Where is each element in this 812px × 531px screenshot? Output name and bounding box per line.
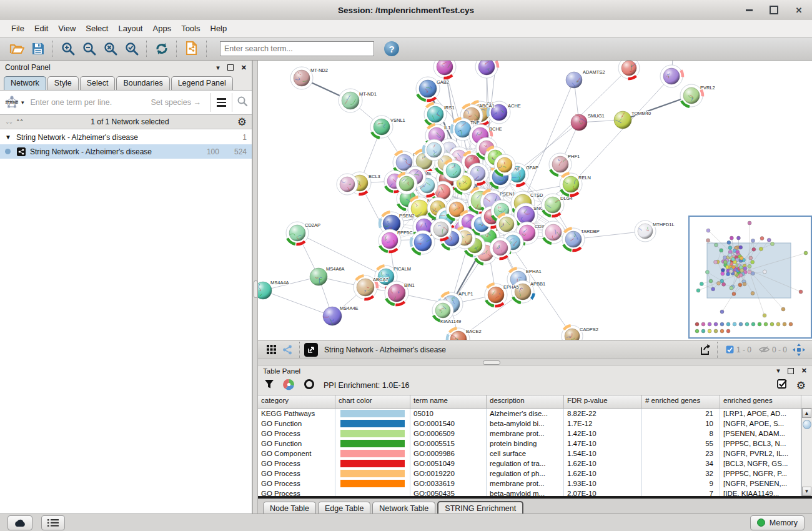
panel-collapse-icon[interactable]: ▾ — [776, 367, 780, 375]
network-tree-row[interactable]: ▼String Network - Alzheimer's disease1 — [0, 130, 252, 144]
table-row[interactable]: GO ProcessGO:0033619membrane prot...1.93… — [258, 479, 812, 489]
protein-node[interactable]: MS4A6A — [310, 266, 345, 285]
detach-view-icon[interactable] — [304, 343, 318, 357]
expand-all-icon[interactable]: ⌃⌃ — [16, 119, 22, 125]
panel-float-icon[interactable] — [227, 64, 234, 71]
column-header-enriched-genes[interactable]: enriched genes — [720, 395, 801, 408]
table-row[interactable]: KEGG Pathways05010Alzheimer's dise...8.8… — [258, 409, 812, 419]
close-button[interactable]: ✕ — [795, 6, 803, 14]
scrollbar-thumb[interactable] — [803, 420, 811, 429]
protein-node[interactable]: DLG4 — [542, 194, 573, 216]
export-network-icon[interactable] — [697, 342, 713, 357]
zoom-fit-icon[interactable] — [100, 39, 121, 58]
enrichment-table[interactable]: KEGG Pathways05010Alzheimer's dise...8.8… — [258, 409, 812, 496]
tab-style[interactable]: Style — [47, 76, 79, 90]
column-header--enriched-genes[interactable]: # enriched genes — [642, 395, 720, 408]
menu-item-layout[interactable]: Layout — [113, 21, 147, 36]
help-icon[interactable]: ? — [384, 41, 399, 56]
protein-node[interactable]: CADPS2 — [562, 325, 598, 340]
string-search-icon[interactable] — [237, 96, 248, 109]
network-canvas[interactable]: MT-ND2MT-ND1VSNL1GAB2ADAMTS2PVRL2TOMM40S… — [258, 61, 812, 340]
search-input[interactable] — [220, 41, 374, 56]
birdseye-view[interactable] — [688, 216, 812, 339]
refresh-icon[interactable] — [151, 39, 172, 58]
share-view-icon[interactable] — [279, 342, 295, 357]
column-header-category[interactable]: category — [258, 395, 335, 408]
import-network-icon[interactable] — [181, 39, 202, 58]
protein-node[interactable]: BIN1 — [385, 281, 415, 305]
menu-item-help[interactable]: Help — [205, 21, 232, 36]
zoom-selected-icon[interactable] — [121, 39, 142, 58]
maximize-button[interactable] — [770, 6, 778, 14]
splitter-grip[interactable] — [254, 280, 258, 298]
protein-node[interactable] — [618, 61, 640, 79]
vertical-splitter[interactable] — [252, 61, 258, 514]
scroll-down-icon[interactable]: ▼ — [802, 487, 811, 496]
table-row[interactable]: GO ProcessGO:0051049regulation of tra...… — [258, 459, 812, 469]
table-row[interactable]: GO ProcessGO:0006509membrane prot...1.42… — [258, 429, 812, 439]
table-row[interactable]: GO ProcessGO:0019220regulation of ph...1… — [258, 469, 812, 479]
table-row[interactable]: GO FunctionGO:0001540beta-amyloid bi...1… — [258, 419, 812, 429]
protein-node[interactable]: MT-ND2 — [290, 67, 328, 89]
column-header-chart-color[interactable]: chart color — [335, 395, 410, 408]
protein-node[interactable] — [430, 219, 452, 240]
protein-node[interactable] — [443, 160, 464, 181]
table-row[interactable]: GO ComponentGO:0009986cell surface1.54E-… — [258, 449, 812, 459]
filter-icon[interactable] — [264, 379, 274, 392]
protein-node[interactable]: BACE2 — [447, 328, 482, 340]
menu-item-view[interactable]: View — [53, 21, 81, 36]
menu-item-file[interactable]: File — [6, 21, 29, 36]
string-options-icon[interactable] — [215, 97, 227, 108]
protein-node[interactable]: MS4A4A — [258, 280, 289, 299]
tab-select[interactable]: Select — [80, 76, 116, 90]
zoom-in-icon[interactable] — [57, 39, 79, 58]
column-header-FDR-p-value[interactable]: FDR p-value — [564, 395, 642, 408]
protein-node[interactable]: TARDBP — [562, 228, 600, 251]
tree-expander-icon[interactable]: ▼ — [5, 134, 11, 141]
string-query-input[interactable] — [29, 97, 151, 107]
protein-node[interactable]: MTHFD1L — [635, 221, 675, 242]
protein-node[interactable] — [433, 61, 456, 78]
protein-node[interactable]: RELN — [560, 173, 591, 196]
select-columns-icon[interactable] — [777, 379, 788, 392]
protein-node[interactable]: TOMM40 — [614, 111, 651, 129]
tab-network[interactable]: Network — [4, 76, 46, 90]
panel-close-icon[interactable]: ✕ — [241, 64, 247, 72]
protein-node[interactable]: PPP5C — [379, 229, 413, 252]
menu-item-edit[interactable]: Edit — [29, 21, 53, 36]
table-row[interactable]: GO FunctionGO:0005515protein binding1.47… — [258, 439, 812, 449]
navigator-compass-icon[interactable] — [791, 342, 807, 357]
horizontal-splitter[interactable] — [258, 359, 812, 365]
splitter-grip[interactable] — [483, 360, 500, 365]
protein-node[interactable] — [396, 173, 417, 194]
table-row[interactable]: GO ProcessGO:0050435beta-amyloid m...2.0… — [258, 489, 812, 496]
network-tree-row[interactable]: String Network - Alzheimer's disease1005… — [0, 144, 252, 159]
protein-node[interactable]: VSNL1 — [370, 116, 405, 138]
panel-float-icon[interactable] — [788, 368, 794, 374]
ring-chart-icon[interactable] — [304, 379, 315, 392]
tab-boundaries[interactable]: Boundaries — [116, 76, 169, 90]
string-logo-icon[interactable]: STRING ▾ — [4, 94, 24, 111]
pie-chart-icon[interactable] — [283, 379, 295, 393]
table-bottom-scrollbar[interactable] — [258, 496, 812, 499]
task-list-button[interactable] — [41, 515, 65, 530]
protein-node[interactable]: ADAMTS2 — [566, 69, 605, 88]
protein-node[interactable] — [490, 237, 511, 259]
protein-node[interactable]: MT-ND1 — [339, 89, 377, 112]
protein-node[interactable] — [423, 139, 445, 161]
task-history-button[interactable] — [7, 515, 32, 530]
tab-legend-panel[interactable]: Legend Panel — [171, 76, 233, 90]
protein-node[interactable]: MS4A4E — [323, 305, 359, 325]
panel-close-icon[interactable]: ✕ — [801, 367, 807, 375]
menu-item-apps[interactable]: Apps — [148, 21, 177, 36]
protein-node[interactable] — [494, 154, 515, 176]
protein-node[interactable] — [660, 65, 683, 87]
protein-node[interactable] — [337, 174, 358, 195]
menu-item-select[interactable]: Select — [81, 21, 113, 36]
zoom-out-icon[interactable] — [79, 39, 100, 58]
memory-button[interactable]: Memory — [750, 515, 805, 530]
panel-collapse-icon[interactable]: ▾ — [216, 64, 220, 72]
species-hint[interactable]: Set species → — [151, 98, 201, 107]
gear-icon[interactable]: ⚙ — [237, 117, 247, 127]
protein-node[interactable] — [542, 221, 565, 244]
